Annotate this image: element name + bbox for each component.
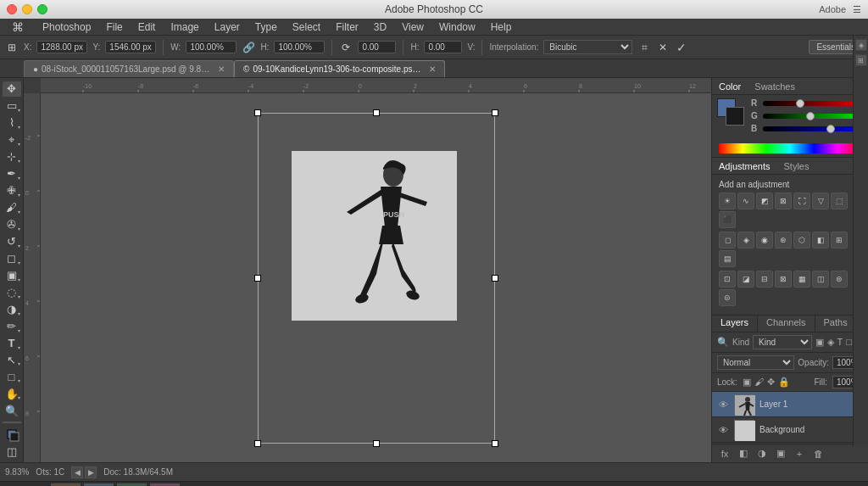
layer-filter-shape[interactable]: □ [846, 337, 852, 348]
menu-type[interactable]: Type [248, 20, 284, 35]
blur-tool[interactable]: ◌ ▾ [3, 285, 21, 300]
close-button[interactable] [7, 4, 17, 14]
adj-threshold[interactable]: ⬡ [793, 232, 810, 249]
layer-filter-text[interactable]: T [837, 337, 843, 348]
menu-layer[interactable]: Layer [208, 20, 247, 35]
blend-mode-select[interactable]: Normal Multiply Screen [717, 355, 794, 370]
menu-select[interactable]: Select [286, 20, 327, 35]
handle-middle-right[interactable] [492, 275, 498, 282]
adj-extra8[interactable]: ⊝ [719, 289, 736, 306]
adj-levels[interactable]: ▤ [719, 250, 736, 267]
adj-extra6[interactable]: ◫ [812, 271, 829, 288]
h-input[interactable] [274, 41, 325, 53]
adj-extra4[interactable]: ⊠ [775, 271, 792, 288]
menu-window[interactable]: Window [432, 20, 482, 35]
adj-brightness[interactable]: ☀ [719, 193, 736, 209]
pen-tool[interactable]: ✏ ▾ [3, 319, 21, 334]
layers-new-button[interactable]: + [792, 447, 807, 461]
canvas-viewport[interactable]: PUSH [41, 93, 711, 462]
type-tool[interactable]: T ▾ [3, 336, 21, 351]
brush-tool[interactable]: 🖌 ▾ [3, 200, 21, 215]
eraser-tool[interactable]: ◻ ▾ [3, 251, 21, 266]
lock-transparent-icon[interactable]: ▣ [743, 377, 751, 388]
handle-bottom-left[interactable] [254, 440, 261, 447]
adj-extra7[interactable]: ⊜ [831, 271, 848, 288]
adj-channelmixer[interactable]: ◻ [719, 232, 736, 249]
w-input[interactable] [186, 41, 236, 53]
lasso-tool[interactable]: ⌇ ▾ [3, 115, 21, 131]
handle-bottom-center[interactable] [373, 440, 380, 447]
adj-extra5[interactable]: ▦ [793, 271, 810, 288]
clone-tool[interactable]: ✇ ▾ [3, 217, 21, 232]
adjustments-tab[interactable]: Adjustments [719, 161, 771, 171]
layers-kind-select[interactable]: Kind [753, 335, 812, 349]
layers-adj-button[interactable]: ◑ [754, 447, 770, 461]
tab1-close[interactable]: ✕ [218, 64, 225, 74]
nav-prev-button[interactable]: ◀ [71, 466, 83, 478]
apple-menu[interactable]: ⌘ [5, 19, 31, 36]
menu-edit[interactable]: Edit [131, 20, 163, 35]
layer1-visibility[interactable]: 👁 [717, 399, 729, 411]
healing-tool[interactable]: ✙ ▾ [3, 183, 21, 198]
minimize-button[interactable] [22, 4, 32, 14]
shape-tool[interactable]: □ ▾ [3, 369, 21, 384]
handle-bottom-right[interactable] [492, 440, 498, 447]
swatches-tab[interactable]: Swatches [754, 81, 795, 92]
handle-top-left[interactable] [254, 109, 261, 116]
adj-photofilter[interactable]: ⬛ [719, 211, 736, 228]
menu-filter[interactable]: Filter [329, 20, 365, 35]
tab-2[interactable]: © 09-10KandiceLynn19-306-to-composite.ps… [234, 60, 445, 77]
y-input[interactable] [105, 41, 156, 53]
crop-tool[interactable]: ⊹ ▾ [3, 149, 21, 165]
handle-middle-left[interactable] [254, 275, 261, 282]
lock-all-icon[interactable]: 🔒 [778, 377, 790, 388]
dodge-tool[interactable]: ◑ ▾ [3, 302, 21, 317]
color-tab[interactable]: Color [719, 81, 741, 92]
adj-posterize[interactable]: ⊛ [775, 232, 792, 249]
path-select-tool[interactable]: ↖ ▾ [3, 353, 21, 368]
background-swatch[interactable] [726, 107, 744, 126]
layers-delete-button[interactable]: 🗑 [810, 447, 826, 461]
lock-move-icon[interactable]: ✥ [767, 377, 775, 388]
adj-curves[interactable]: ∿ [737, 193, 754, 209]
adj-invert[interactable]: ◉ [756, 232, 773, 249]
mini-icon-2[interactable]: ⊞ [855, 54, 867, 66]
history-tool[interactable]: ↺ ▾ [3, 234, 21, 249]
layers-group-button[interactable]: ▣ [773, 447, 788, 461]
handle-top-right[interactable] [492, 109, 498, 116]
tab2-close[interactable]: ✕ [429, 64, 436, 74]
quick-mask-btn[interactable]: ◫ [3, 444, 21, 459]
adj-gradientmap[interactable]: ◧ [812, 232, 829, 249]
paths-tab[interactable]: Paths [815, 316, 857, 332]
adj-extra3[interactable]: ⊟ [756, 271, 773, 288]
styles-tab[interactable]: Styles [784, 161, 810, 171]
layer-filter-adj[interactable]: ◈ [827, 337, 834, 348]
h-skew-input[interactable] [424, 41, 462, 53]
link-icon[interactable]: 🔗 [242, 41, 255, 54]
interpolation-select[interactable]: Bicubic Bilinear Nearest Neighbor [543, 40, 632, 54]
quick-select-tool[interactable]: ⌖ ▾ [3, 132, 21, 148]
adj-extra1[interactable]: ⊡ [719, 271, 736, 288]
layer-item-layer1[interactable]: 👁 Layer 1 [712, 392, 868, 417]
menu-file[interactable]: File [99, 20, 129, 35]
nav-next-button[interactable]: ▶ [85, 466, 97, 478]
menu-photoshop[interactable]: Photoshop [36, 20, 97, 35]
adj-vibrance[interactable]: ⊠ [775, 193, 792, 209]
lock-paint-icon[interactable]: 🖌 [754, 377, 764, 388]
adj-colorbalance[interactable]: ▽ [812, 193, 829, 209]
commit-transform-icon[interactable]: ✓ [675, 41, 688, 54]
adj-exposure[interactable]: ◩ [756, 193, 773, 209]
zoom-tool[interactable]: 🔍 [3, 403, 21, 418]
tab-1[interactable]: ● 08-iStock_000011057163Large.psd @ 9.83… [24, 60, 234, 77]
rotate-input[interactable] [358, 41, 396, 53]
menu-view[interactable]: View [395, 20, 431, 35]
eyedropper-tool[interactable]: ✒ ▾ [3, 166, 21, 182]
marquee-tool[interactable]: ▭ ▾ [3, 98, 21, 114]
channels-tab[interactable]: Channels [758, 316, 815, 332]
cancel-transform-icon[interactable]: ✕ [656, 41, 670, 54]
adj-bw[interactable]: ⬚ [831, 193, 848, 209]
background-visibility[interactable]: 👁 [717, 424, 729, 436]
adj-extra2[interactable]: ◪ [737, 271, 754, 288]
mini-icon-1[interactable]: ◈ [855, 39, 867, 51]
layers-mask-button[interactable]: ◧ [736, 447, 751, 461]
